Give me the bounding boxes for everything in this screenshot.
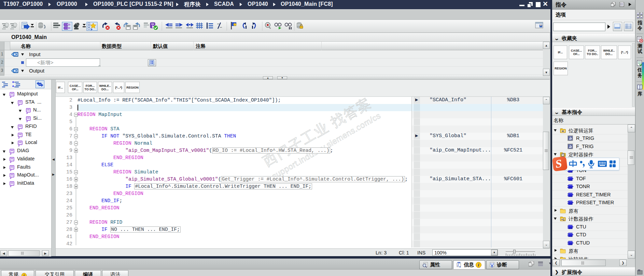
svg-text:i: i bbox=[458, 263, 459, 267]
svg-text:+1: +1 bbox=[561, 218, 565, 221]
